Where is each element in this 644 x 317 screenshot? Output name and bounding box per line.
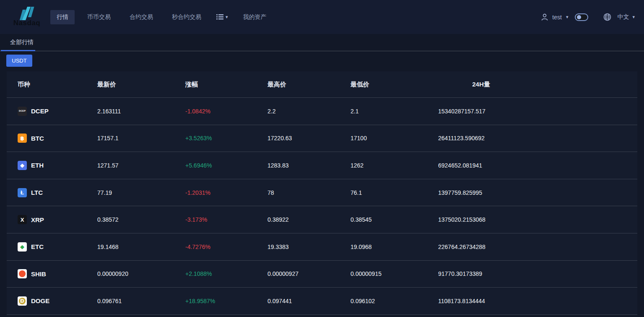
nav-list-dropdown[interactable]: ▾	[214, 11, 231, 23]
coin-icon-btc: ฿	[18, 134, 27, 143]
low-price: 17100	[351, 135, 438, 141]
user-menu[interactable]: test	[552, 14, 562, 21]
brand-name: Nasdaq	[13, 19, 40, 27]
market-row-xrp[interactable]: X XRP 0.38572 -3.173% 0.38922 0.38545 13…	[7, 206, 637, 233]
coin-symbol: LTC	[31, 189, 43, 196]
coin-icon-dcep: DCEP	[18, 107, 27, 116]
market-tabbar: 全部行情	[0, 34, 644, 51]
nav-item-contract-trade[interactable]: 合约交易	[123, 10, 159, 24]
list-menu-icon	[216, 14, 223, 20]
navbar-right: test ▾ 中文 ▾	[541, 13, 635, 21]
nav-item-spot-trade[interactable]: 币币交易	[81, 10, 117, 24]
col-header-change: 涨幅	[185, 81, 267, 89]
low-price: 0.096102	[351, 298, 438, 304]
market-row-dcep[interactable]: DCEP DCEP 2.163111 -1.0842% 2.2 2.1 1534…	[7, 98, 637, 125]
change-pct: -4.7276%	[185, 244, 267, 250]
last-price: 17157.1	[97, 135, 185, 141]
nasdaq-logo-icon	[17, 7, 36, 20]
volume-24h: 226764.26734288	[438, 244, 524, 250]
col-header-low: 最低价	[351, 81, 438, 89]
coin-symbol: ETH	[31, 162, 44, 169]
last-price: 0.096761	[97, 298, 185, 304]
chevron-down-icon: ▾	[226, 14, 228, 20]
coin-symbol: DOGE	[31, 297, 49, 304]
change-pct: -1.2031%	[185, 189, 267, 196]
high-price: 0.38922	[267, 216, 351, 223]
coin-icon-etc: ◆	[18, 242, 27, 252]
low-price: 0.00000915	[351, 270, 438, 277]
high-price: 78	[267, 189, 351, 196]
user-icon	[541, 13, 548, 21]
change-pct: -3.173%	[185, 216, 267, 223]
low-price: 19.0968	[351, 244, 438, 250]
volume-24h: 1397759.825995	[438, 189, 524, 196]
high-price: 2.2	[267, 108, 351, 115]
market-row-doge[interactable]: Ð DOGE 0.096761 +18.9587% 0.097441 0.096…	[7, 288, 637, 315]
high-price: 17220.63	[267, 135, 351, 141]
col-header-high: 最高价	[267, 81, 351, 89]
coin-symbol: ETC	[31, 243, 44, 250]
low-price: 2.1	[351, 108, 438, 115]
col-header-last: 最新价	[97, 81, 185, 89]
globe-icon[interactable]	[603, 13, 611, 21]
change-pct: +2.1088%	[185, 270, 267, 277]
coin-symbol: SHIB	[31, 270, 46, 278]
last-price: 19.1468	[97, 244, 185, 250]
last-price: 1271.57	[97, 162, 185, 169]
volume-24h: 1108173.8134444	[438, 298, 524, 304]
coin-icon-doge: Ð	[18, 296, 27, 306]
main-nav: 行情 币币交易 合约交易 秒合约交易 ▾ 我的资产	[50, 10, 279, 24]
coin-symbol: BTC	[31, 135, 44, 142]
table-header: 币种 最新价 涨幅 最高价 最低价 24H量	[7, 71, 637, 98]
brand-logo[interactable]: Nasdaq	[9, 7, 44, 27]
change-pct: +5.6946%	[185, 162, 267, 169]
market-row-etc[interactable]: ◆ ETC 19.1468 -4.7276% 19.3383 19.0968 2…	[7, 233, 637, 261]
last-price: 77.19	[97, 189, 185, 196]
top-navbar: Nasdaq 行情 币币交易 合约交易 秒合约交易 ▾ 我的资产 test ▾	[0, 0, 644, 34]
low-price: 1262	[351, 162, 438, 169]
coin-symbol: DCEP	[31, 107, 49, 115]
quote-filter-row: USDT	[6, 55, 644, 67]
coin-icon-ltc: Ł	[18, 188, 27, 197]
last-price: 2.163111	[97, 108, 185, 115]
tab-all-markets[interactable]: 全部行情	[0, 34, 34, 51]
col-header-coin: 币种	[18, 81, 97, 89]
language-selector[interactable]: 中文	[617, 13, 629, 21]
market-row-eth[interactable]: ◆ ETH 1271.57 +5.6946% 1283.83 1262 6924…	[7, 152, 637, 179]
chevron-down-icon[interactable]: ▾	[566, 14, 569, 20]
col-header-volume: 24H量	[438, 81, 524, 89]
market-row-btc[interactable]: ฿ BTC 17157.1 +3.5263% 17220.63 17100 26…	[7, 125, 637, 152]
chevron-down-icon[interactable]: ▾	[632, 14, 635, 20]
change-pct: +3.5263%	[185, 135, 267, 141]
high-price: 0.097441	[267, 298, 351, 304]
theme-toggle[interactable]	[575, 13, 588, 21]
low-price: 0.38545	[351, 216, 438, 223]
volume-24h: 6924652.081941	[438, 162, 524, 169]
high-price: 1283.83	[267, 162, 351, 169]
high-price: 19.3383	[267, 244, 351, 250]
nav-item-second-contract[interactable]: 秒合约交易	[166, 10, 208, 24]
volume-24h: 91770.30173389	[438, 270, 524, 277]
nav-item-my-assets[interactable]: 我的资产	[237, 10, 273, 24]
market-row-shib[interactable]: SHIB 0.00000920 +2.1088% 0.00000927 0.00…	[7, 261, 637, 288]
last-price: 0.00000920	[97, 270, 185, 277]
market-row-ltc[interactable]: Ł LTC 77.19 -1.2031% 78 76.1 1397759.825…	[7, 179, 637, 207]
change-pct: +18.9587%	[185, 298, 267, 304]
coin-icon-eth: ◆	[18, 161, 27, 170]
coin-symbol: XRP	[31, 216, 44, 223]
high-price: 0.00000927	[267, 270, 351, 277]
volume-24h: 26411123.590692	[438, 135, 524, 141]
nav-item-markets[interactable]: 行情	[50, 10, 75, 24]
usdt-filter-button[interactable]: USDT	[6, 55, 32, 67]
toggle-knob	[577, 15, 581, 19]
coin-icon-xrp: X	[18, 215, 27, 224]
low-price: 76.1	[351, 189, 438, 196]
coin-icon-shib	[18, 269, 27, 278]
volume-24h: 1375020.2153068	[438, 216, 524, 223]
volume-24h: 15340287157.517	[438, 108, 524, 115]
tab-label: 全部行情	[10, 39, 34, 46]
last-price: 0.38572	[97, 216, 185, 223]
change-pct: -1.0842%	[185, 108, 267, 115]
market-table: 币种 最新价 涨幅 最高价 最低价 24H量 DCEP DCEP 2.16311…	[7, 71, 637, 315]
table-body: DCEP DCEP 2.163111 -1.0842% 2.2 2.1 1534…	[7, 98, 637, 315]
